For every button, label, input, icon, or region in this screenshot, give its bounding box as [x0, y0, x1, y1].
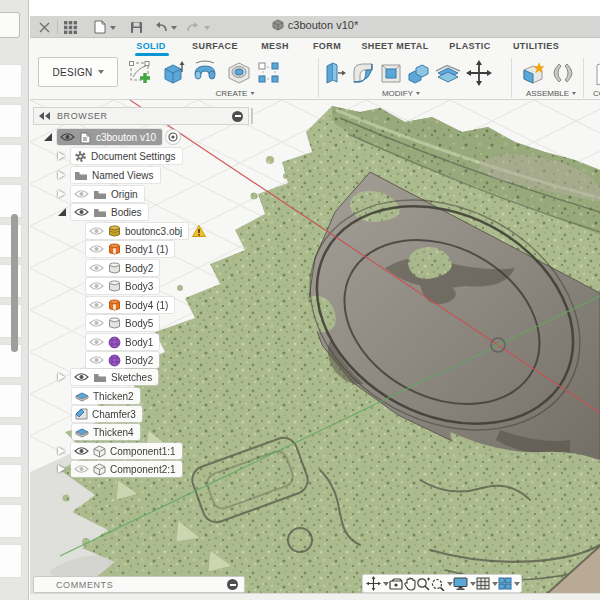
grid-settings-icon[interactable]	[476, 577, 498, 590]
tree-label: Body2	[125, 263, 153, 274]
look-at-icon[interactable]	[389, 578, 403, 590]
rectangular-pattern-button[interactable]	[256, 58, 282, 88]
browser-minimize-icon[interactable]	[232, 111, 243, 122]
tree-label: Body3	[125, 281, 153, 292]
group-assemble[interactable]: ASSEMBLE	[526, 89, 576, 98]
new-component-button[interactable]	[519, 58, 547, 88]
joint-button[interactable]	[549, 58, 577, 88]
tree-row-chamfer3[interactable]: Chamfer3	[72, 406, 142, 422]
collapsed-arrow-icon[interactable]	[58, 447, 65, 455]
tree-row-thicken2[interactable]: Thicken2	[72, 388, 140, 404]
eye-visible-icon[interactable]	[74, 207, 89, 217]
tab-mesh[interactable]: MESH	[261, 41, 289, 51]
combine-button[interactable]	[406, 58, 432, 88]
eye-visible-icon[interactable]	[60, 132, 75, 142]
group-modify[interactable]: MODIFY	[382, 89, 420, 98]
chevron-down-icon	[250, 92, 254, 95]
eye-hidden-icon[interactable]	[74, 189, 89, 199]
component-icon	[93, 463, 106, 476]
collapsed-arrow-icon[interactable]	[58, 465, 65, 473]
eye-hidden-icon[interactable]	[89, 300, 104, 310]
eye-hidden-icon[interactable]	[89, 337, 104, 347]
pan-icon[interactable]	[403, 577, 416, 591]
eye-hidden-icon[interactable]	[89, 263, 104, 273]
collapsed-arrow-icon[interactable]	[58, 171, 65, 179]
workspace-switcher-button[interactable]: DESIGN	[38, 57, 118, 87]
extrude-button[interactable]	[158, 58, 188, 88]
expanded-arrow-icon[interactable]	[58, 208, 66, 216]
tree-row-component2-1[interactable]: Component2:1	[58, 461, 182, 477]
tree-row-body1-purple[interactable]: Body1	[86, 334, 159, 350]
zoom-icon[interactable]	[416, 577, 430, 591]
active-tab-underline	[135, 53, 169, 56]
mesh-body-purple-icon	[108, 336, 121, 349]
tree-row-body4-1[interactable]: Body4 (1)	[86, 297, 174, 313]
fusion-window: c3bouton v10* DESIGN SOLID SURFACE MESH …	[30, 0, 600, 600]
tab-plastic[interactable]: PLASTIC	[449, 41, 490, 51]
shell-button[interactable]	[378, 58, 404, 88]
tree-row-document-settings[interactable]: Document Settings	[58, 148, 182, 164]
press-pull-button[interactable]	[322, 58, 348, 88]
adjacent-panel-button[interactable]	[0, 12, 20, 38]
tree-row-thicken4[interactable]: Thicken4	[72, 424, 140, 440]
tree-row-body1-1[interactable]: Body1 (1)	[86, 241, 174, 257]
expanded-arrow-icon[interactable]	[44, 133, 52, 141]
eye-hidden-icon[interactable]	[89, 244, 104, 254]
tree-row-body2-purple[interactable]: Body2	[86, 352, 159, 368]
eye-hidden-icon[interactable]	[89, 226, 104, 236]
tree-label: Named Views	[92, 170, 154, 181]
tab-solid[interactable]: SOLID	[136, 41, 166, 51]
component-icon	[93, 445, 106, 458]
tab-surface[interactable]: SURFACE	[192, 41, 238, 51]
tree-row-component1-1[interactable]: Component1:1	[58, 443, 182, 459]
hole-button[interactable]	[224, 58, 254, 88]
tree-row-boutonc3-obj[interactable]: boutonc3.obj	[86, 223, 206, 239]
group-construct[interactable]: CONSTRUCT	[593, 89, 600, 98]
eye-hidden-icon[interactable]	[89, 281, 104, 291]
tree-row-origin[interactable]: Origin	[58, 186, 144, 202]
fillet-button[interactable]	[350, 58, 376, 88]
gear-icon	[74, 150, 87, 163]
activate-component-radio[interactable]	[166, 130, 180, 144]
warning-icon[interactable]	[192, 225, 206, 237]
tab-utilities[interactable]: UTILITIES	[513, 41, 559, 51]
construction-plane-button[interactable]	[590, 58, 600, 88]
eye-hidden-icon[interactable]	[74, 464, 89, 474]
eye-hidden-icon[interactable]	[89, 318, 104, 328]
collapsed-arrow-icon[interactable]	[58, 152, 65, 160]
eye-hidden-icon[interactable]	[89, 355, 104, 365]
move-copy-button[interactable]	[464, 58, 494, 88]
display-settings-icon[interactable]	[453, 577, 476, 590]
fit-icon[interactable]	[430, 577, 453, 591]
create-sketch-button[interactable]	[126, 58, 156, 88]
collapse-panel-icon[interactable]	[39, 112, 51, 120]
eye-visible-icon[interactable]	[74, 372, 89, 382]
split-body-button[interactable]	[434, 58, 462, 88]
scrollbar[interactable]	[11, 214, 18, 352]
browser-panel-header[interactable]: BROWSER	[33, 107, 249, 125]
tab-form[interactable]: FORM	[313, 41, 341, 51]
eye-visible-icon[interactable]	[74, 446, 89, 456]
tree-row-body3[interactable]: Body3	[86, 278, 159, 294]
viewports-icon[interactable]	[498, 577, 520, 590]
adjacent-panel-row	[0, 504, 22, 538]
collapsed-arrow-icon[interactable]	[58, 190, 65, 198]
tree-row-root[interactable]: c3bouton v10	[44, 129, 180, 145]
collapsed-arrow-icon[interactable]	[58, 373, 65, 381]
tree-row-body2[interactable]: Body2	[86, 260, 159, 276]
adjacent-panel-row	[0, 104, 22, 138]
group-create[interactable]: CREATE	[216, 89, 255, 98]
tree-row-sketches[interactable]: Sketches	[58, 369, 158, 385]
tab-sheet-metal[interactable]: SHEET METAL	[361, 41, 428, 51]
tree-label: Component1:1	[110, 446, 176, 457]
tree-row-body5[interactable]: Body5	[86, 315, 159, 331]
comments-bar[interactable]: COMMENTS	[33, 576, 245, 593]
orbit-icon[interactable]	[366, 576, 389, 591]
ribbon-separator	[511, 58, 512, 98]
adjacent-panel-row	[0, 144, 22, 178]
revolve-button[interactable]	[190, 58, 220, 88]
tree-row-bodies[interactable]: Bodies	[58, 204, 148, 220]
body-white-icon	[108, 280, 121, 293]
comments-minimize-icon[interactable]	[227, 579, 238, 590]
tree-row-named-views[interactable]: Named Views	[58, 167, 160, 183]
